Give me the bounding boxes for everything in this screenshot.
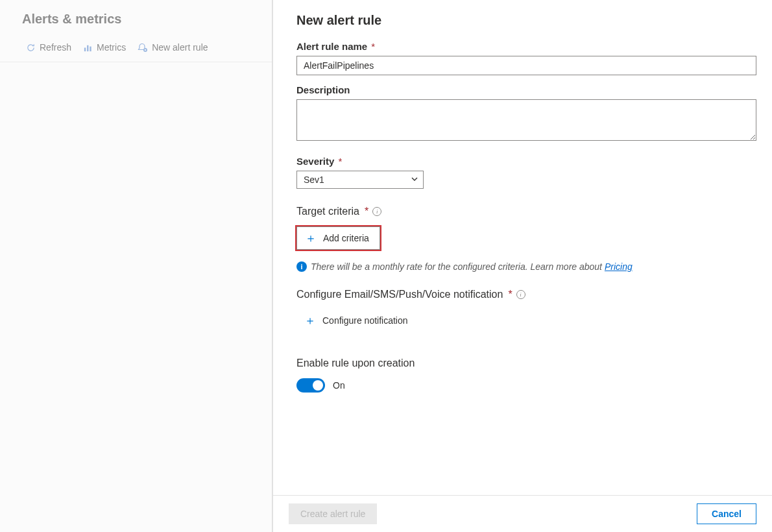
footer: Create alert rule Cancel bbox=[273, 495, 772, 532]
plus-icon: ＋ bbox=[304, 315, 316, 326]
toggle-state-label: On bbox=[333, 380, 345, 391]
left-toolbar: Refresh Metrics New alert rule bbox=[0, 33, 272, 62]
target-criteria-heading: Target criteria* i bbox=[296, 206, 756, 217]
enable-rule-heading: Enable rule upon creation bbox=[296, 357, 756, 369]
svg-rect-1 bbox=[87, 45, 88, 51]
left-panel-title: Alerts & metrics bbox=[0, 0, 272, 33]
create-alert-rule-button: Create alert rule bbox=[289, 503, 377, 524]
description-input[interactable] bbox=[296, 99, 756, 141]
info-solid-icon: i bbox=[296, 261, 307, 272]
refresh-button[interactable]: Refresh bbox=[22, 41, 75, 54]
configure-notification-button[interactable]: ＋ Configure notification bbox=[296, 309, 416, 332]
enable-rule-toggle[interactable] bbox=[296, 378, 325, 393]
svg-rect-0 bbox=[84, 47, 86, 51]
alert-name-input[interactable] bbox=[296, 56, 756, 75]
refresh-label: Refresh bbox=[40, 42, 71, 53]
metrics-button[interactable]: Metrics bbox=[79, 41, 130, 54]
cancel-button[interactable]: Cancel bbox=[697, 503, 756, 524]
refresh-icon bbox=[26, 43, 36, 53]
plus-icon: ＋ bbox=[305, 232, 317, 244]
pricing-link[interactable]: Pricing bbox=[605, 261, 633, 272]
new-alert-rule-icon bbox=[138, 42, 148, 53]
description-label: Description bbox=[296, 84, 756, 95]
add-criteria-button[interactable]: ＋ Add criteria bbox=[296, 226, 380, 250]
new-alert-rule-button[interactable]: New alert rule bbox=[134, 41, 211, 54]
add-criteria-label: Add criteria bbox=[323, 233, 369, 243]
configure-notification-label: Configure notification bbox=[322, 315, 408, 326]
notification-heading: Configure Email/SMS/Push/Voice notificat… bbox=[296, 289, 756, 300]
alert-name-label: Alert rule name* bbox=[296, 41, 756, 52]
new-alert-rule-label: New alert rule bbox=[152, 42, 208, 53]
page-title: New alert rule bbox=[296, 13, 756, 28]
left-panel: Alerts & metrics Refresh Metrics New ale… bbox=[0, 0, 272, 532]
metrics-icon bbox=[83, 43, 93, 53]
info-icon[interactable]: i bbox=[516, 290, 525, 299]
form-content: New alert rule Alert rule name* Descript… bbox=[273, 0, 772, 495]
metrics-label: Metrics bbox=[97, 42, 126, 53]
severity-select[interactable]: Sev1 bbox=[296, 171, 424, 189]
svg-rect-2 bbox=[90, 46, 91, 51]
info-icon[interactable]: i bbox=[372, 207, 381, 216]
right-panel: New alert rule Alert rule name* Descript… bbox=[272, 0, 772, 532]
severity-label: Severity* bbox=[296, 156, 756, 167]
pricing-note: i There will be a monthly rate for the c… bbox=[296, 261, 756, 272]
